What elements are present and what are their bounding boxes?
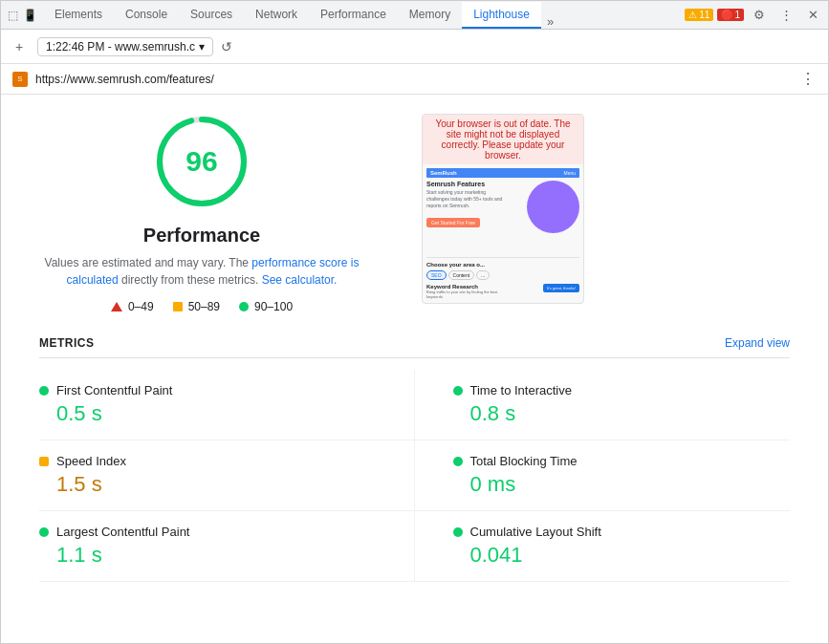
screenshot-preview: Your browser is out of date. The site mi… [422,114,584,304]
more-options-button[interactable]: ⋮ [774,4,797,27]
ss-keyword-desc: Bring traffic to your site by finding th… [426,290,503,299]
tab-elements[interactable]: Elements [43,2,114,29]
score-title: Performance [143,225,260,247]
legend-item-red: 0–49 [111,300,154,313]
expand-view-button[interactable]: Expand view [725,336,790,350]
error-count: 1 [734,10,740,20]
metric-largest-contentful-paint: Largest Contentful Paint 1.1 s [39,511,415,582]
legend-orange-range: 50–89 [188,300,220,313]
metric-lcp-dot [39,527,49,537]
reload-button[interactable]: ↺ [221,39,232,54]
ss-nav: Menu [563,170,576,176]
score-number: 96 [185,145,217,178]
new-tab-button[interactable]: + [9,36,30,57]
legend-green-range: 90–100 [254,300,293,313]
metric-si-header: Speed Index [39,454,376,468]
green-circle-icon [239,302,249,311]
metric-speed-index: Speed Index 1.5 s [39,440,415,511]
metric-cls-header: Cumulative Layout Shift [453,525,775,539]
ss-chips: SEO Content ... [426,270,579,280]
metric-fcp-value: 0.5 s [39,401,376,426]
ss-section-title: Choose your area o... [426,262,579,268]
metric-time-to-interactive: Time to Interactive 0.8 s [415,370,791,440]
chevron-down-icon: ▾ [199,40,205,54]
orange-square-icon [173,302,183,311]
close-devtools-button[interactable]: ✕ [801,4,824,27]
ss-keyword-btn: It's great, thanks! [543,284,579,292]
tab-bar-right: ⚠ 11 🛑 1 ⚙ ⋮ ✕ [685,4,824,27]
ss-nav-bar: SemRush Menu [426,168,579,178]
metric-total-blocking-time: Total Blocking Time 0 ms [415,440,791,511]
main-panel: 96 Performance Values are estimated and … [1,95,828,643]
settings-button[interactable]: ⚙ [748,4,771,27]
screenshot-warning: Your browser is out of date. The site mi… [423,115,583,164]
warning-count: 11 [699,10,709,20]
metric-tbt-header: Total Blocking Time [453,454,775,468]
url-more-button[interactable]: ⋮ [800,70,817,88]
tab-bar-left: ⬚ 📱 Elements Console Sources Network Per… [5,2,559,29]
score-legend: 0–49 50–89 90–100 [111,300,293,313]
metric-lcp-header: Largest Contentful Paint [39,525,376,539]
legend-item-orange: 50–89 [173,300,220,313]
metric-tti-value: 0.8 s [453,401,775,426]
ss-chip-more: ... [476,270,490,280]
metrics-grid: First Contentful Paint 0.5 s Time to Int… [39,370,790,582]
ss-hero-title: Semrush Features [426,181,579,187]
ss-chip-seo: SEO [426,270,447,280]
error-badge[interactable]: 🛑 1 [717,9,744,21]
metric-lcp-value: 1.1 s [39,543,376,568]
ss-brand: SemRush [430,170,457,176]
score-desc-prefix: Values are estimated and may vary. The [45,256,252,269]
inspect-icon[interactable]: ⬚ [5,8,20,23]
score-section: 96 Performance Values are estimated and … [39,114,790,313]
metric-tbt-name: Total Blocking Time [470,454,578,468]
tab-performance[interactable]: Performance [309,2,398,29]
tab-network[interactable]: Network [244,2,309,29]
warning-icon: ⚠ [688,10,697,20]
tabs-list: Elements Console Sources Network Perform… [43,2,559,29]
metric-cls-name: Cumulative Layout Shift [470,525,601,539]
tab-sources[interactable]: Sources [179,2,244,29]
tab-lighthouse[interactable]: Lighthouse [462,2,541,29]
timestamp-pill[interactable]: 1:22:46 PM - www.semrush.c ▾ [37,37,213,56]
metric-tti-name: Time to Interactive [470,383,572,397]
ss-keyword-info: Keyword Research Bring traffic to your s… [426,284,503,299]
tab-bar: ⬚ 📱 Elements Console Sources Network Per… [1,1,828,30]
url-text: https://www.semrush.com/features/ [35,73,793,86]
score-left: 96 Performance Values are estimated and … [39,114,364,313]
screenshot-body: SemRush Menu Semrush Features Start solv… [423,164,583,303]
metric-tti-header: Time to Interactive [453,383,775,397]
warning-badge[interactable]: ⚠ 11 [685,9,713,21]
metric-fcp-header: First Contentful Paint [39,383,376,397]
error-icon: 🛑 [721,10,732,20]
legend-item-green: 90–100 [239,300,293,313]
score-circle-wrapper: 96 [154,114,250,209]
metric-tbt-dot [453,457,463,466]
timestamp-text: 1:22:46 PM - www.semrush.c [46,40,195,54]
favicon: S [12,72,28,87]
device-icon[interactable]: 📱 [22,8,37,23]
metric-first-contentful-paint: First Contentful Paint 0.5 s [39,370,415,440]
red-triangle-icon [111,302,122,311]
tab-overflow[interactable]: » [541,14,559,29]
ss-content-area: Semrush Features Start solving your mark… [426,181,579,257]
metric-fcp-dot [39,386,49,396]
metric-tbt-value: 0 ms [453,472,775,497]
ss-bottom-section: Choose your area o... SEO Content ... Ke… [426,257,579,299]
metric-tti-dot [453,386,463,396]
devtools-window: ⬚ 📱 Elements Console Sources Network Per… [0,0,829,644]
ss-cta-button: Get Started For Free [426,218,480,227]
metric-lcp-name: Largest Contentful Paint [56,525,189,539]
score-desc-mid: directly from these metrics. [119,273,262,287]
metric-si-dot [39,457,49,466]
calculator-link[interactable]: See calculator. [262,273,338,287]
tab-console[interactable]: Console [114,2,179,29]
score-description: Values are estimated and may vary. The p… [39,254,364,289]
url-bar: S https://www.semrush.com/features/ ⋮ [1,64,828,95]
metric-cls-dot [453,527,463,537]
tab-memory[interactable]: Memory [398,2,462,29]
metric-si-name: Speed Index [56,454,126,468]
ss-purple-blob [527,181,579,233]
ss-chip-content: Content [448,270,475,280]
ss-keyword-row: Keyword Research Bring traffic to your s… [426,284,579,299]
